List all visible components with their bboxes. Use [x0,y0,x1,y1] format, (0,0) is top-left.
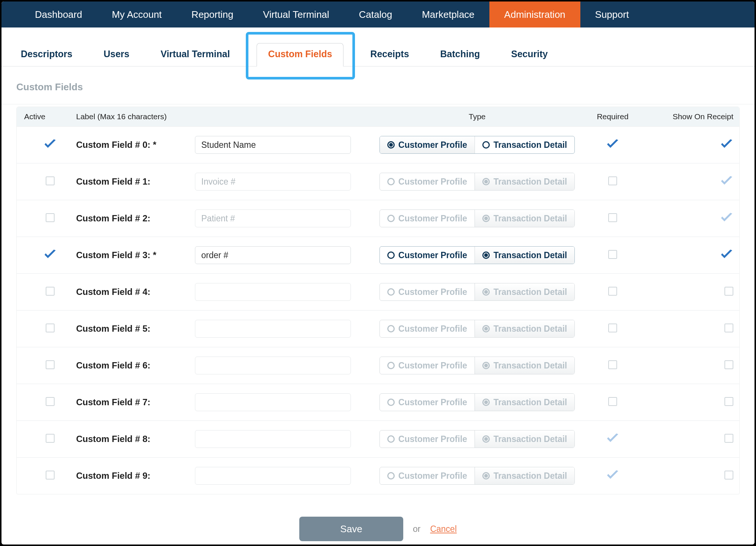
active-checkbox[interactable] [46,434,55,443]
subtab-custom-fields[interactable]: Custom Fields [257,43,343,66]
radio-icon [387,178,395,185]
required-checkbox[interactable] [608,324,617,332]
topnav-item-catalog[interactable]: Catalog [344,1,407,27]
type-option-label: Transaction Detail [493,434,567,444]
required-cell [581,213,644,224]
type-option-transaction[interactable]: Transaction Detail [475,247,574,264]
radio-icon [482,251,490,259]
subtab-batching[interactable]: Batching [436,43,485,66]
table-row: Custom Field # 9:Customer ProfileTransac… [17,457,739,494]
topnav-item-dashboard[interactable]: Dashboard [20,1,97,27]
active-checkbox[interactable] [46,397,55,406]
form-actions: Save or Cancel [1,494,755,545]
field-name-label: Custom Field # 9: [76,471,195,481]
type-option-customer[interactable]: Customer Profile [380,136,475,153]
radio-icon [482,435,490,443]
field-name-label: Custom Field # 4: [76,287,195,297]
show-on-receipt-checkbox[interactable] [724,397,733,406]
type-option-label: Customer Profile [398,177,467,187]
show-on-receipt-cell [644,287,733,297]
cancel-link[interactable]: Cancel [430,524,457,534]
type-cell: Customer ProfileTransaction Detail [373,136,581,154]
active-cell [24,287,76,297]
type-toggle: Customer ProfileTransaction Detail [379,467,575,485]
label-input[interactable] [195,136,351,154]
type-option-label: Customer Profile [398,214,467,224]
label-input[interactable] [195,246,351,264]
radio-icon [387,399,395,406]
show-on-receipt-cell [644,324,733,334]
topnav-item-my-account[interactable]: My Account [97,1,176,27]
field-name-label: Custom Field # 0: * [76,140,195,150]
type-option-transaction: Transaction Detail [475,173,574,190]
type-option-label: Customer Profile [398,250,467,260]
required-checkbox[interactable] [608,360,617,369]
table-row: Custom Field # 3: *Customer ProfileTrans… [17,237,739,273]
type-cell: Customer ProfileTransaction Detail [373,357,581,374]
type-toggle: Customer ProfileTransaction Detail [379,283,575,301]
show-on-receipt-cell [644,139,733,151]
required-checkbox[interactable] [608,287,617,296]
active-checkbox[interactable] [46,324,55,332]
required-checkbox[interactable] [608,397,617,406]
radio-icon [387,362,395,369]
field-name-label: Custom Field # 1: [76,176,195,187]
topnav-item-virtual-terminal[interactable]: Virtual Terminal [248,1,344,27]
active-checkbox[interactable] [46,213,55,222]
required-cell [581,433,644,445]
subtab-virtual-terminal[interactable]: Virtual Terminal [156,43,234,66]
show-on-receipt-cell [644,434,733,444]
active-checkbox[interactable] [46,287,55,296]
required-checkbox[interactable] [608,250,617,259]
type-cell: Customer ProfileTransaction Detail [373,283,581,301]
type-option-label: Customer Profile [398,324,467,334]
subtab-users[interactable]: Users [99,43,134,66]
type-toggle: Customer ProfileTransaction Detail [379,320,575,338]
show-on-receipt-checkbox[interactable] [724,471,733,480]
subtab-security[interactable]: Security [507,43,553,66]
radio-icon [387,251,395,259]
show-on-receipt-checkbox[interactable] [724,324,733,332]
active-checkbox[interactable] [46,360,55,369]
table-row: Custom Field # 5:Customer ProfileTransac… [17,310,739,347]
show-on-receipt-checkbox[interactable] [724,434,733,443]
type-option-label: Transaction Detail [493,361,567,371]
type-option-transaction: Transaction Detail [475,430,574,448]
radio-icon [387,435,395,443]
show-on-receipt-checkbox[interactable] [724,287,733,296]
type-option-customer[interactable]: Customer Profile [380,247,475,264]
active-cell [24,471,76,481]
active-checkbox[interactable] [46,471,55,480]
label-cell [195,136,373,154]
active-checkbox[interactable] [46,176,55,185]
topnav-item-support[interactable]: Support [580,1,644,27]
subtab-receipts[interactable]: Receipts [366,43,413,66]
radio-icon [387,288,395,296]
show-on-receipt-cell [644,360,733,371]
show-on-receipt-cell [644,397,733,407]
required-cell [581,250,644,260]
field-name-label: Custom Field # 5: [76,324,195,334]
required-cell [581,397,644,407]
active-cell [24,139,76,151]
type-cell: Customer ProfileTransaction Detail [373,209,581,227]
field-name-label: Custom Field # 7: [76,397,195,407]
type-option-label: Customer Profile [398,361,467,371]
save-button[interactable]: Save [299,517,403,541]
topnav-item-administration[interactable]: Administration [489,1,580,27]
type-option-label: Customer Profile [398,397,467,407]
type-option-label: Customer Profile [398,471,467,481]
table-row: Custom Field # 6:Customer ProfileTransac… [17,347,739,384]
subtab-descriptors[interactable]: Descriptors [16,43,77,66]
required-checkbox[interactable] [608,213,617,222]
check-icon [720,249,733,260]
type-option-transaction[interactable]: Transaction Detail [475,136,574,153]
table-row: Custom Field # 0: *Customer ProfileTrans… [17,126,739,163]
topnav-item-marketplace[interactable]: Marketplace [407,1,489,27]
col-label: Label (Max 16 characters) [76,112,373,121]
label-input [195,467,351,485]
required-checkbox[interactable] [608,176,617,185]
type-option-customer: Customer Profile [380,173,475,190]
show-on-receipt-checkbox[interactable] [724,360,733,369]
topnav-item-reporting[interactable]: Reporting [177,1,248,27]
